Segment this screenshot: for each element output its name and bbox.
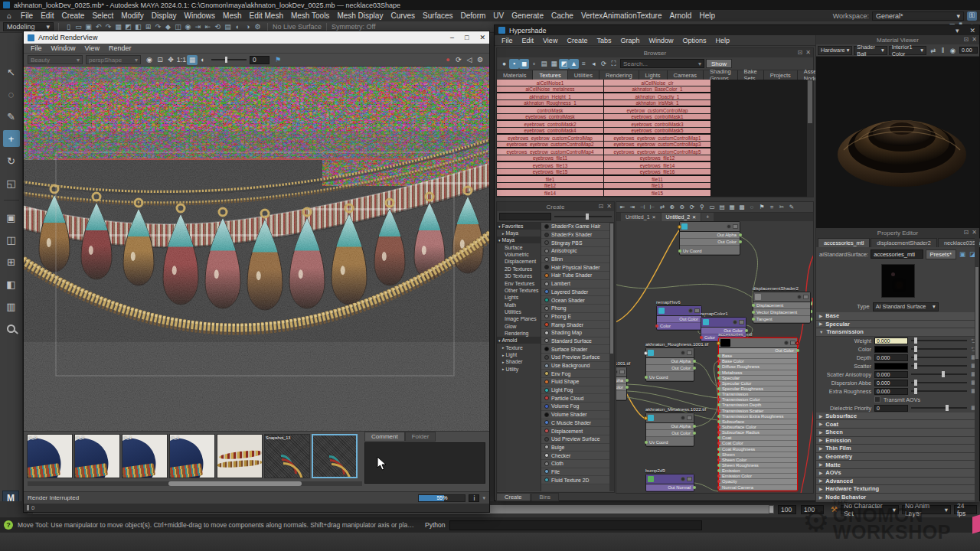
tree-item-glow[interactable]: Glow <box>497 323 541 330</box>
texture-item[interactable]: file14 <box>497 190 604 197</box>
grid-view-icon[interactable]: ▦ <box>549 59 559 69</box>
snap-toggle-icon[interactable]: ✂ <box>777 203 786 211</box>
tree-category-arnold[interactable]: ▾Arnold <box>497 337 541 344</box>
tab-bins[interactable]: Bins <box>531 493 560 501</box>
environment-dropdown[interactable]: Interior1 Color▾ <box>889 46 926 55</box>
texture-item[interactable]: eyebrows_file12 <box>604 155 711 162</box>
shader-item-use-background[interactable]: Use Background <box>541 362 614 370</box>
pin-icon[interactable]: ⚲ <box>697 203 707 211</box>
section-node-behavior[interactable]: ▶Node Behavior <box>816 494 979 502</box>
hypershade-persp-layout-icon[interactable]: ▥ <box>3 298 20 315</box>
shader-item-shaderfx-shader[interactable]: ShaderFx Shader <box>541 231 614 240</box>
port-out-color[interactable]: Out Color <box>646 365 694 372</box>
port-vector-displacement[interactable]: Vector Displacement <box>753 309 810 316</box>
sort-reverse-icon[interactable]: ◂ <box>589 59 599 69</box>
maya-menu-help[interactable]: Help <box>695 11 719 20</box>
maya-menu-windows[interactable]: Windows <box>180 11 219 20</box>
pe-tab-accessories_mtl[interactable]: accessories_mtl <box>818 238 870 247</box>
property-editor-scrollbar[interactable] <box>975 236 979 502</box>
node-displacementShader2[interactable]: DisplacementVector DisplacementTangent <box>753 292 811 324</box>
port-displacement[interactable]: Displacement <box>753 302 810 309</box>
attr-field-extra-roughness[interactable]: 0.000 <box>874 388 908 395</box>
node-graph-canvas[interactable]: Out AlphaOut ColorUv CoorddisplacementSh… <box>616 221 813 493</box>
fps-dropdown[interactable]: 24 fps <box>954 505 977 514</box>
port-sheen-roughness[interactable]: Sheen Roughness <box>719 463 797 468</box>
maya-menu-curves[interactable]: Curves <box>387 11 419 20</box>
hypershade-menu-help[interactable]: Help <box>711 37 733 44</box>
render-settings-icon[interactable]: ⚙ <box>475 55 485 65</box>
pe-tab-necklace03shape[interactable]: necklace03Shape <box>938 238 980 247</box>
snapshot-thumbnail[interactable] <box>217 434 263 478</box>
tab-rendering[interactable]: Rendering <box>599 70 639 80</box>
tab-lights[interactable]: Lights <box>639 70 668 80</box>
texture-item[interactable]: eyebrows_controlMask2 <box>497 121 604 128</box>
texture-item[interactable]: akhnaton_Roughness_1 <box>497 100 604 107</box>
connected-view-icon[interactable]: ▤ <box>717 203 727 211</box>
port-specular[interactable]: Specular <box>719 376 797 381</box>
lasso-tool-icon[interactable]: ◌ <box>3 86 20 103</box>
port-sheen[interactable]: Sheen <box>719 452 797 458</box>
section-aovs[interactable]: ▶AOVs <box>816 469 979 478</box>
render-viewport[interactable] <box>24 67 489 431</box>
renderview-frame-row[interactable]: 0 <box>24 504 489 512</box>
hypershade-menu-options[interactable]: Options <box>678 37 710 44</box>
create-panel-header[interactable]: Create ⊡✕ <box>497 202 614 211</box>
port-diffuse-roughness[interactable]: Diffuse Roughness <box>719 364 797 370</box>
section-advanced[interactable]: ▶Advanced <box>816 478 979 486</box>
swatch-sphere-icon[interactable]: ● <box>499 59 509 69</box>
texture-item[interactable]: eyebrows_eyebrow_customControlMap <box>497 135 604 142</box>
grid-toggle-icon[interactable]: ⌗ <box>767 203 776 211</box>
tab-cameras[interactable]: Cameras <box>668 70 704 80</box>
new-graph-tab-button[interactable]: + <box>701 213 714 221</box>
port-color[interactable]: Color <box>657 323 701 330</box>
section-sheen[interactable]: ▶Sheen <box>816 429 979 437</box>
section-matte[interactable]: ▶Matte <box>816 461 979 469</box>
texture-item[interactable]: akhnaton_Height_1 <box>497 93 604 100</box>
tree-item-displacement[interactable]: Displacement <box>497 258 541 265</box>
swatch-size-slider[interactable] <box>554 216 612 217</box>
shader-item-env-fog[interactable]: Env Fog <box>541 370 614 378</box>
hypershade-titlebar[interactable]: Hypershade ▾✕ <box>495 25 979 35</box>
tab-textures[interactable]: Textures <box>533 70 567 80</box>
exposure-field[interactable]: 0.00 <box>959 47 978 54</box>
close-icon[interactable]: ✕ <box>969 27 975 34</box>
stop-render-icon[interactable]: ● <box>443 55 453 65</box>
port-out-normal[interactable]: Out Normal <box>646 484 694 491</box>
browser-scrollbar[interactable] <box>807 80 813 197</box>
shader-item-volume-fog[interactable]: Volume Fog <box>541 403 614 411</box>
sort-by-name-icon[interactable]: ▲ <box>569 59 579 69</box>
tree-sub-shader[interactable]: ▸Shader <box>497 358 541 365</box>
shader-item-usd-preview-surface[interactable]: Usd Preview Surface <box>541 435 614 444</box>
snapshot-thumbnail[interactable]: ot_1 <box>122 434 168 478</box>
maya-menu-vertexanimationtexture[interactable]: VertexAnimationTexture <box>577 11 666 20</box>
material-preview-viewport[interactable] <box>816 57 979 228</box>
maximize-icon[interactable]: □ <box>465 34 469 41</box>
port-uv-coord[interactable]: Uv Coord <box>646 374 694 381</box>
texture-item[interactable]: aiCellNoise_metalness <box>497 86 604 93</box>
port-uv-coord[interactable]: Uv Coord <box>616 393 626 400</box>
hypershade-menu-graph[interactable]: Graph <box>616 37 643 44</box>
outliner-persp-layout-icon[interactable]: ◧ <box>3 276 20 292</box>
attr-field-dispersion-abbe[interactable]: 0.000 <box>874 380 908 386</box>
maya-menu-mesh-display[interactable]: Mesh Display <box>333 11 387 20</box>
symmetry-label[interactable]: Symmetry: Off <box>332 23 375 31</box>
texture-item[interactable]: akhnaton_BaseColor_1 <box>604 86 711 93</box>
attr-slider[interactable] <box>911 340 967 341</box>
maya-menu-arnold[interactable]: Arnold <box>666 11 696 20</box>
node-remapHsv6[interactable]: Out ColorColor <box>656 305 702 331</box>
close-icon[interactable]: ✕ <box>805 49 811 56</box>
snapshot-flag-icon[interactable]: ⚑ <box>273 55 283 65</box>
bookmark-icon[interactable]: ⚑ <box>757 203 766 211</box>
texture-item[interactable]: eyebrows_controlMask4 <box>497 128 604 135</box>
tab-utilities[interactable]: Utilities <box>568 70 599 80</box>
texture-item[interactable]: file13 <box>604 183 711 190</box>
section-thin-film[interactable]: ▶Thin Film <box>816 445 979 453</box>
attr-slider[interactable] <box>911 357 967 358</box>
snapshot-thumbnail[interactable]: ot_0 <box>74 434 120 478</box>
shader-item-hair-tube-shader[interactable]: Hair Tube Shader <box>541 272 614 280</box>
port-normal-camera[interactable]: Normal Camera <box>719 485 797 491</box>
close-icon[interactable]: ✕ <box>606 203 612 210</box>
create-list-scrollbar[interactable] <box>609 223 614 491</box>
texture-item[interactable]: eyebrows_controlMask <box>497 114 604 121</box>
tree-item-other-textures[interactable]: Other Textures <box>497 287 541 294</box>
